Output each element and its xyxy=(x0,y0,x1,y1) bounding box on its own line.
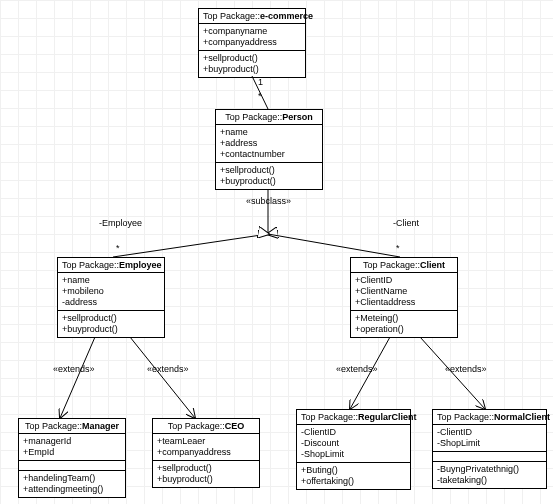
multiplicity-star: * xyxy=(116,243,120,253)
svg-line-4 xyxy=(60,337,95,418)
attr: -ShopLimit xyxy=(301,449,406,460)
operations-section: +sellproduct() +buyproduct() xyxy=(199,51,305,77)
package-prefix: Top Package:: xyxy=(62,260,119,270)
class-title: Top Package::RegularClient xyxy=(297,410,410,425)
attr: +EmpId xyxy=(23,447,121,458)
class-name: CEO xyxy=(225,421,245,431)
multiplicity-star: * xyxy=(396,243,400,253)
attr: +managerId xyxy=(23,436,121,447)
extends-label: «extends» xyxy=(147,364,189,374)
op: +offertaking() xyxy=(301,476,406,487)
op: +handelingTeam() xyxy=(23,473,121,484)
class-employee[interactable]: Top Package::Employee +name +mobileno -a… xyxy=(57,257,165,338)
class-name: Manager xyxy=(82,421,119,431)
op: +buyproduct() xyxy=(62,324,160,335)
package-prefix: Top Package:: xyxy=(25,421,82,431)
op: -taketaking() xyxy=(437,475,542,486)
attributes-section: -ClientID -Discount -ShopLimit xyxy=(297,425,410,463)
class-name: NormalClient xyxy=(494,412,550,422)
attr: +contactnumber xyxy=(220,149,318,160)
attr: +ClientName xyxy=(355,286,453,297)
op: +buyproduct() xyxy=(220,176,318,187)
class-client[interactable]: Top Package::Client +ClientID +ClientNam… xyxy=(350,257,458,338)
attr: +companyaddress xyxy=(203,37,301,48)
attributes-section: +companyname +companyaddress xyxy=(199,24,305,51)
package-prefix: Top Package:: xyxy=(301,412,358,422)
class-name: e-commerce xyxy=(260,11,313,21)
class-title: Top Package::Person xyxy=(216,110,322,125)
svg-line-3 xyxy=(268,234,400,257)
operations-section: +Buting() +offertaking() xyxy=(297,463,410,489)
op: -BuyngPrivatethnig() xyxy=(437,464,542,475)
package-prefix: Top Package:: xyxy=(437,412,494,422)
attr: -Discount xyxy=(301,438,406,449)
op: +Buting() xyxy=(301,465,406,476)
attr: +companyaddress xyxy=(157,447,255,458)
attr: +address xyxy=(220,138,318,149)
attr: +Clientaddress xyxy=(355,297,453,308)
role-client: -Client xyxy=(393,218,419,228)
class-person[interactable]: Top Package::Person +name +address +cont… xyxy=(215,109,323,190)
attr: -ShopLimit xyxy=(437,438,542,449)
attributes-section: +ClientID +ClientName +Clientaddress xyxy=(351,273,457,311)
class-name: Employee xyxy=(119,260,162,270)
multiplicity-star: * xyxy=(258,91,262,101)
attr: +mobileno xyxy=(62,286,160,297)
attr: +teamLeaer xyxy=(157,436,255,447)
op: +sellproduct() xyxy=(220,165,318,176)
empty-section xyxy=(19,461,125,471)
operations-section: -BuyngPrivatethnig() -taketaking() xyxy=(433,462,546,488)
empty-section xyxy=(433,452,546,462)
attr: -ClientID xyxy=(437,427,542,438)
class-title: Top Package::e-commerce xyxy=(199,9,305,24)
attributes-section: +name +address +contactnumber xyxy=(216,125,322,163)
package-prefix: Top Package:: xyxy=(363,260,420,270)
class-title: Top Package::Employee xyxy=(58,258,164,273)
package-prefix: Top Package:: xyxy=(168,421,225,431)
class-regularclient[interactable]: Top Package::RegularClient -ClientID -Di… xyxy=(296,409,411,490)
attr: +name xyxy=(62,275,160,286)
svg-line-5 xyxy=(130,337,195,418)
subclass-label: «subclass» xyxy=(246,196,291,206)
attr: -address xyxy=(62,297,160,308)
class-ecommerce[interactable]: Top Package::e-commerce +companyname +co… xyxy=(198,8,306,78)
class-name: Person xyxy=(282,112,313,122)
op: +operation() xyxy=(355,324,453,335)
operations-section: +sellproduct() +buyproduct() xyxy=(153,461,259,487)
package-prefix: Top Package:: xyxy=(203,11,260,21)
role-employee: -Employee xyxy=(99,218,142,228)
op: +buyproduct() xyxy=(203,64,301,75)
class-manager[interactable]: Top Package::Manager +managerId +EmpId +… xyxy=(18,418,126,498)
extends-label: «extends» xyxy=(336,364,378,374)
op: +sellproduct() xyxy=(62,313,160,324)
op: +buyproduct() xyxy=(157,474,255,485)
class-normalclient[interactable]: Top Package::NormalClient -ClientID -Sho… xyxy=(432,409,547,489)
attributes-section: +teamLeaer +companyaddress xyxy=(153,434,259,461)
attr: +name xyxy=(220,127,318,138)
class-title: Top Package::Manager xyxy=(19,419,125,434)
operations-section: +sellproduct() +buyproduct() xyxy=(58,311,164,337)
operations-section: +sellproduct() +buyproduct() xyxy=(216,163,322,189)
class-name: Client xyxy=(420,260,445,270)
svg-line-2 xyxy=(113,234,268,257)
attributes-section: +name +mobileno -address xyxy=(58,273,164,311)
op: +Meteing() xyxy=(355,313,453,324)
attributes-section: +managerId +EmpId xyxy=(19,434,125,461)
op: +sellproduct() xyxy=(157,463,255,474)
op: +attendingmeeting() xyxy=(23,484,121,495)
extends-label: «extends» xyxy=(53,364,95,374)
attr: +companyname xyxy=(203,26,301,37)
attr: -ClientID xyxy=(301,427,406,438)
attributes-section: -ClientID -ShopLimit xyxy=(433,425,546,452)
multiplicity-one: 1 xyxy=(258,77,263,87)
operations-section: +handelingTeam() +attendingmeeting() xyxy=(19,471,125,497)
class-ceo[interactable]: Top Package::CEO +teamLeaer +companyaddr… xyxy=(152,418,260,488)
op: +sellproduct() xyxy=(203,53,301,64)
package-prefix: Top Package:: xyxy=(225,112,282,122)
extends-label: «extends» xyxy=(445,364,487,374)
class-title: Top Package::CEO xyxy=(153,419,259,434)
class-title: Top Package::NormalClient xyxy=(433,410,546,425)
class-name: RegularClient xyxy=(358,412,417,422)
class-title: Top Package::Client xyxy=(351,258,457,273)
attr: +ClientID xyxy=(355,275,453,286)
